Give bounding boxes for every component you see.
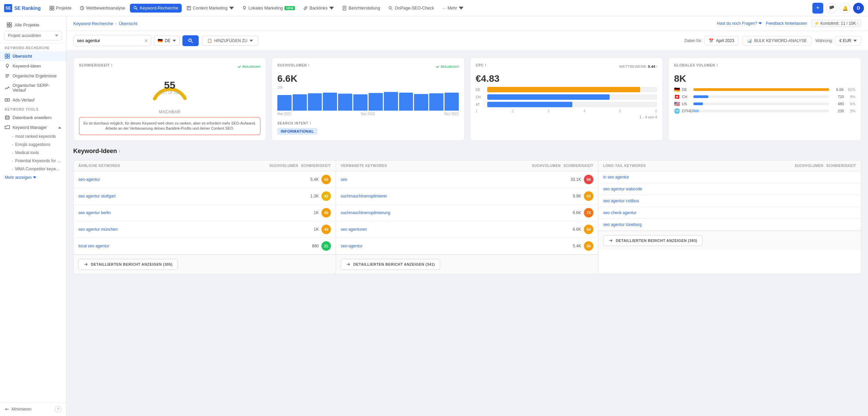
keyword-link[interactable]: seo agentur münchen: [78, 227, 300, 232]
main-content: Keyword-Recherche › Übersicht Hast du no…: [66, 16, 868, 281]
feedback-link[interactable]: Feedback hinterlassen: [766, 21, 807, 26]
ideas-info-icon[interactable]: i: [119, 149, 120, 153]
nav-keyword[interactable]: Keyword-Recherche: [130, 4, 181, 13]
folder-icon: [5, 125, 10, 130]
cpc-info-icon[interactable]: i: [485, 63, 487, 67]
keyword-volume: 33.1K: [565, 177, 581, 182]
glob-count: 720: [831, 95, 844, 99]
nav-berichterstellung[interactable]: Berichterstellung: [339, 4, 383, 13]
all-projects-link[interactable]: Alle Projekte: [4, 20, 62, 30]
keyword-link[interactable]: seo check agentur: [603, 210, 825, 215]
nav-lokal[interactable]: Lokales Marketing NEW: [239, 4, 298, 13]
sidebar-sub-medical[interactable]: Medical tools: [0, 149, 66, 157]
keyword-link[interactable]: seo agentur cottbus: [603, 198, 825, 203]
faq-label: Hast du noch Fragen?: [717, 21, 757, 26]
keyword-link[interactable]: seo agentur stuttgart: [78, 194, 300, 198]
sidebar-item-datenbank[interactable]: Datenbank erweitern: [0, 113, 66, 122]
arrow-right-icon: [608, 238, 613, 243]
sidebar-sub-most-ranked[interactable]: most ranked keywords: [0, 132, 66, 140]
flag-button[interactable]: 🏴: [826, 3, 837, 14]
more-toggle[interactable]: Mehr anzeigen: [5, 175, 61, 180]
avatar[interactable]: D: [853, 3, 864, 14]
glob-bar-bg: [693, 95, 829, 98]
keyword-link[interactable]: local seo agentur: [78, 244, 300, 248]
keyword-link[interactable]: in seo agentur: [603, 175, 825, 179]
nav-mehr-label: Mehr: [448, 6, 457, 11]
keyword-link[interactable]: suchmaschinenoptimierer: [341, 194, 562, 198]
home-icon: [7, 22, 12, 27]
keyword-link[interactable]: seo-agentur: [341, 244, 562, 248]
difficulty-info-icon[interactable]: i: [111, 63, 113, 67]
sidebar-sub-potential-label: Potential Keywords for ...: [15, 158, 60, 163]
add-to-button[interactable]: 📋 HINZUFÜGEN ZU: [202, 36, 258, 46]
sidebar-section-tools: KEYWORD TOOLS: [0, 105, 66, 113]
glob-pct: 9%: [846, 95, 855, 99]
sidebar-sub-potential[interactable]: Potential Keywords for ...: [0, 157, 66, 165]
cpc-axis: 123456: [476, 109, 657, 113]
sidebar-item-serp-verlauf[interactable]: Organischer SERP-Verlauf: [0, 81, 66, 95]
bulk-analysis-button[interactable]: 📊 BULK KEYWORD-ANALYSE: [743, 36, 811, 45]
difficulty-value: 55: [160, 80, 179, 90]
search-clear-button[interactable]: ✕: [141, 36, 151, 45]
faq-link[interactable]: Hast du noch Fragen?: [717, 21, 762, 26]
report-button-verwandte[interactable]: DETAILLIERTEN BERICHT ANZEIGEN (341): [341, 259, 440, 270]
keyword-link[interactable]: seo agentur lüneburg: [603, 222, 825, 227]
add-button[interactable]: +: [812, 3, 823, 14]
search-button[interactable]: [182, 35, 199, 46]
col-title: LONG-TAIL KEYWORDS: [603, 164, 792, 168]
keyword-volume: 880: [302, 244, 319, 248]
ideas-footer-longtail: DETAILLIERTEN BERICHT ANZEIGEN (393): [598, 231, 861, 250]
sidebar-sub-emojis[interactable]: Emojis suggestions: [0, 140, 66, 149]
sidebar-item-ads-verlauf[interactable]: Ads-Verlauf: [0, 95, 66, 105]
global-country-row: 🇺🇸 US 480 6%: [674, 101, 855, 107]
search-input[interactable]: [74, 35, 141, 46]
report-button-aehnliche[interactable]: DETAILLIERTEN BERICHT ANZEIGEN (305): [78, 259, 178, 270]
nav-wettbewerb[interactable]: Wettbewerbsanalyse: [76, 4, 129, 13]
glob-country-code: OTHER: [682, 109, 691, 113]
chevron-down-project-icon: [55, 35, 58, 37]
ideas-col-header-verwandte: VERWANDTE KEYWORDS SUCHVOLUMEN SCHWIERIG…: [336, 160, 598, 171]
keyword-row: seo agentur walsrode: [598, 183, 861, 195]
difficulty-badge: 54: [584, 225, 593, 234]
edit-icon: [186, 6, 191, 11]
nav-content[interactable]: Content Marketing: [183, 4, 237, 13]
sidebar-sub-mma[interactable]: MMA Competitor keyw...: [0, 165, 66, 173]
breadcrumb-root[interactable]: Keyword-Recherche: [73, 21, 113, 26]
keyword-link[interactable]: seo agentur walsrode: [603, 187, 825, 191]
keyword-link[interactable]: seo-agentur: [78, 177, 300, 182]
difficulty-badge: 56: [584, 241, 593, 251]
date-picker[interactable]: 📅 April 2023: [704, 36, 738, 45]
header-right-actions: Hast du noch Fragen? Feedback hinterlass…: [717, 20, 861, 27]
difficulty-badge: 56: [321, 175, 331, 184]
keyword-ideas-section: Keyword-Ideen i ÄHNLICHE KEYWORDS SUCHVO…: [73, 148, 861, 274]
global-info-icon[interactable]: i: [716, 63, 718, 67]
report-button-longtail[interactable]: DETAILLIERTEN BERICHT ANZEIGEN (393): [603, 235, 703, 246]
nav-backlinks[interactable]: Backlinks: [300, 4, 337, 13]
keyword-link[interactable]: seo agentur berlin: [78, 210, 300, 215]
sidebar-item-keyword-ideen[interactable]: Keyword-Ideen: [0, 61, 66, 71]
project-selector[interactable]: Projekt auswählen: [4, 31, 62, 40]
glob-bar-fill: [693, 110, 699, 112]
wettbewerb-label: WETTBEWERB: 0.44 i: [619, 64, 657, 69]
difficulty-badge: 94: [584, 175, 593, 184]
nav-projekte[interactable]: Projekte: [46, 4, 75, 13]
sidebar-section-keyword: KEYWORD-RECHERCHE: [0, 43, 66, 51]
chevron-down-add-icon: [250, 40, 253, 42]
wettbewerb-info-icon[interactable]: i: [656, 64, 657, 69]
keyword-link[interactable]: seo agenturen: [341, 227, 562, 232]
keyword-link[interactable]: suchmaschinenoptimierung: [341, 210, 562, 215]
logo[interactable]: SE SE Ranking: [4, 4, 41, 12]
sidebar-keyword-manager[interactable]: Keyword Manager: [0, 122, 66, 132]
sidebar-item-ubersicht[interactable]: Übersicht: [0, 51, 66, 61]
country-selector[interactable]: 🇩🇪 DE: [154, 36, 180, 46]
glob-flag: 🇩🇪: [674, 87, 680, 92]
cpc-country-at: AT: [476, 102, 657, 107]
keyword-link[interactable]: seo: [341, 177, 562, 182]
currency-selector[interactable]: € EUR: [835, 36, 861, 45]
nav-onpage[interactable]: OnPage-SEO-Check: [385, 4, 437, 13]
intent-info-icon[interactable]: i: [310, 121, 311, 125]
volume-info-icon[interactable]: i: [308, 63, 310, 67]
sidebar-item-organische[interactable]: Organische Ergebnisse: [0, 71, 66, 81]
nav-mehr[interactable]: ··· Mehr: [439, 4, 467, 13]
notifications-button[interactable]: 🔔: [840, 3, 850, 14]
